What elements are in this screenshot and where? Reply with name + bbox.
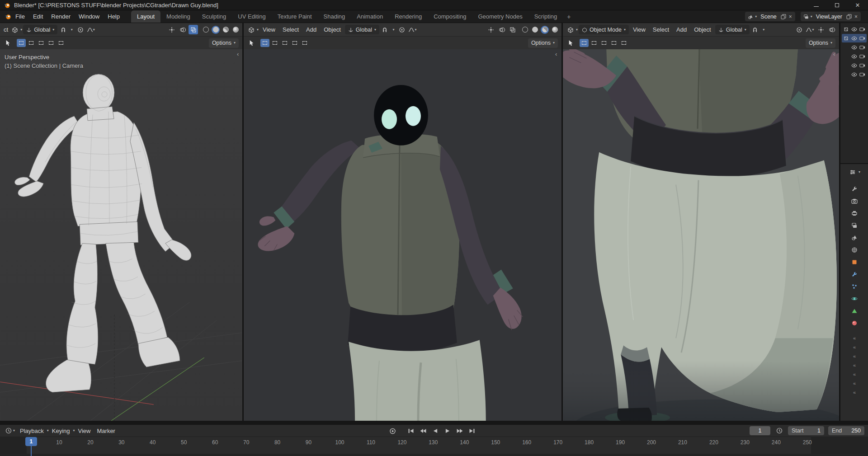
select-mode-extend[interactable]: [590, 39, 599, 47]
workspace-tab-shading[interactable]: Shading: [318, 10, 351, 23]
add-workspace-button[interactable]: +: [563, 10, 575, 23]
menu-object[interactable]: Object: [321, 26, 344, 33]
workspace-tab-animation[interactable]: Animation: [351, 10, 389, 23]
timeline-editor-type-button[interactable]: [4, 426, 13, 436]
shading-rendered-button[interactable]: [551, 26, 559, 34]
tool-options-dropdown[interactable]: Options▾: [209, 38, 239, 48]
menu-marker[interactable]: Marker: [94, 428, 118, 434]
jump-to-prev-keyframe-button[interactable]: [418, 427, 429, 436]
shading-material-button[interactable]: [541, 26, 549, 34]
shading-material-button[interactable]: [222, 26, 230, 34]
editor-type-button[interactable]: [566, 25, 575, 34]
jump-to-end-button[interactable]: [467, 427, 477, 436]
collapsed-panel-chevron-icon[interactable]: «: [853, 372, 855, 376]
collapsed-panel-chevron-icon[interactable]: «: [853, 354, 855, 358]
select-mode-invert[interactable]: [47, 39, 56, 47]
maximize-button[interactable]: [826, 0, 847, 10]
playhead[interactable]: 1: [25, 437, 37, 446]
shading-rendered-button[interactable]: [231, 26, 240, 34]
proportional-editing-toggle[interactable]: [75, 25, 85, 34]
menu-render[interactable]: Render: [47, 10, 75, 23]
menu-keying[interactable]: Keying: [49, 428, 73, 434]
properties-tab-particles[interactable]: [848, 281, 861, 292]
workspace-tab-scripting[interactable]: Scripting: [528, 10, 563, 23]
workspace-tab-modeling[interactable]: Modeling: [160, 10, 196, 23]
collapsed-panel-chevron-icon[interactable]: «: [853, 345, 855, 349]
menu-file[interactable]: File: [11, 10, 29, 23]
timeline-ruler[interactable]: 1 11020304050607080901001101201301401501…: [0, 437, 868, 456]
workspace-tab-texture-paint[interactable]: Texture Paint: [272, 10, 318, 23]
menu-add[interactable]: Add: [673, 26, 690, 33]
eye-icon[interactable]: [851, 45, 857, 50]
outliner-row[interactable]: [842, 61, 867, 70]
transform-orientation-dropdown[interactable]: Global ▾: [715, 25, 750, 34]
select-mode-invert[interactable]: [290, 39, 299, 47]
jump-to-start-button[interactable]: [406, 427, 416, 436]
collapsed-panel-chevron-icon[interactable]: «: [853, 363, 855, 367]
workspace-tab-uv-editing[interactable]: UV Editing: [232, 10, 271, 23]
menu-select[interactable]: Select: [279, 26, 302, 33]
editor-type-button[interactable]: [246, 25, 256, 34]
eye-icon[interactable]: [851, 63, 857, 68]
menu-add[interactable]: Add: [303, 26, 320, 33]
properties-tab-render[interactable]: [848, 195, 861, 207]
proportional-falloff-dropdown[interactable]: ▾: [86, 25, 95, 34]
camera-icon[interactable]: [859, 54, 865, 59]
properties-tab-modifiers[interactable]: [848, 268, 861, 280]
viewport-canvas-left[interactable]: User Perspective (1) Scene Collection | …: [0, 49, 242, 421]
snap-toggle[interactable]: [750, 25, 760, 34]
outliner-row[interactable]: [842, 70, 867, 79]
region-corner-chevron-icon[interactable]: ‹: [237, 52, 239, 56]
active-tool-icon[interactable]: [566, 38, 576, 47]
menu-object[interactable]: Object: [691, 26, 714, 33]
collapsed-panel-chevron-icon[interactable]: «: [853, 381, 855, 385]
properties-tab-active-tool[interactable]: [848, 183, 861, 194]
properties-tab-object[interactable]: [848, 256, 861, 268]
menu-edit[interactable]: Edit: [29, 10, 47, 23]
camera-icon[interactable]: [859, 45, 865, 50]
menu-help[interactable]: Help: [104, 10, 124, 23]
workspace-tab-sculpting[interactable]: Sculpting: [196, 10, 232, 23]
workspace-tab-geometry-nodes[interactable]: Geometry Nodes: [472, 10, 528, 23]
new-scene-icon[interactable]: [780, 14, 787, 20]
menu-select[interactable]: Select: [650, 26, 672, 33]
end-frame-field[interactable]: End250: [828, 426, 864, 435]
show-overlays-toggle[interactable]: [497, 25, 506, 34]
show-gizmo-toggle[interactable]: [816, 25, 826, 34]
eye-icon[interactable]: [851, 54, 857, 59]
show-gizmo-toggle[interactable]: [167, 25, 176, 34]
proportional-falloff-dropdown[interactable]: ▾: [805, 25, 815, 34]
properties-tab-scene[interactable]: [848, 232, 861, 243]
blender-menu-logo-icon[interactable]: [5, 13, 11, 20]
menu-window[interactable]: Window: [75, 10, 104, 23]
select-mode-set[interactable]: [580, 39, 589, 47]
area-separator[interactable]: [0, 421, 868, 425]
shading-solid-button[interactable]: [212, 26, 220, 34]
shading-wireframe-button[interactable]: [202, 26, 210, 34]
viewport-canvas-right[interactable]: [563, 49, 839, 421]
outliner-row[interactable]: [842, 25, 867, 33]
menu-view[interactable]: View: [630, 26, 649, 33]
properties-tab-object-data[interactable]: [848, 305, 861, 316]
minimize-button[interactable]: [806, 0, 826, 10]
menu-view[interactable]: View: [75, 428, 94, 434]
transform-orientation-dropdown[interactable]: Global ▾: [345, 25, 379, 34]
active-tool-icon[interactable]: [247, 38, 256, 47]
workspace-tab-rendering[interactable]: Rendering: [389, 10, 428, 23]
properties-tab-output[interactable]: [848, 207, 861, 219]
select-mode-set[interactable]: [260, 39, 269, 47]
transform-orientation-dropdown[interactable]: Global ▾: [23, 25, 57, 34]
select-mode-intersect[interactable]: [300, 39, 309, 47]
viewport-canvas-center[interactable]: [244, 49, 561, 421]
select-mode-set[interactable]: [17, 39, 26, 47]
show-overlays-toggle[interactable]: [827, 25, 836, 34]
eye-icon[interactable]: [851, 72, 857, 77]
mode-dropdown[interactable]: Object Mode ▾: [579, 25, 629, 34]
snap-toggle[interactable]: [380, 25, 390, 34]
playback-sync-clock-icon[interactable]: [774, 426, 784, 436]
select-mode-subtract[interactable]: [599, 39, 609, 47]
proportional-falloff-dropdown[interactable]: ▾: [408, 25, 417, 34]
unlink-scene-icon[interactable]: ×: [788, 14, 793, 20]
outliner-row[interactable]: [842, 43, 867, 52]
viewlayer-selector[interactable]: ▾ ViewLayer ×: [801, 12, 861, 21]
